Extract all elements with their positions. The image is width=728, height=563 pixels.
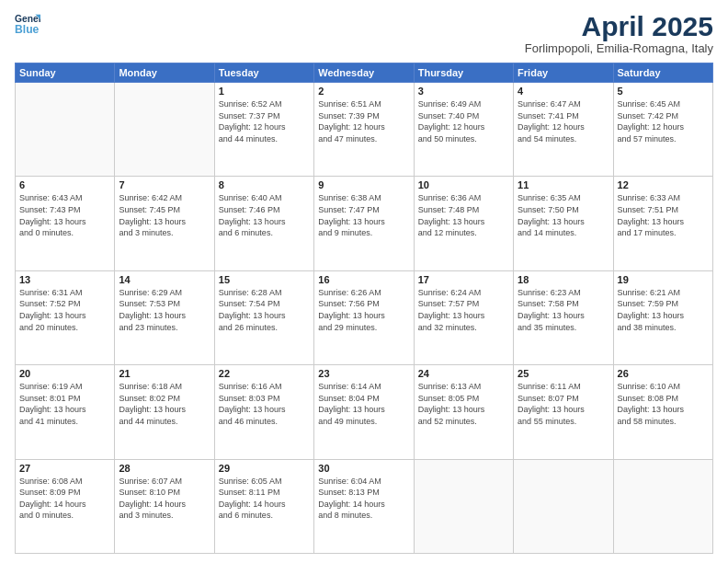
day-info: Sunrise: 6:16 AM Sunset: 8:03 PM Dayligh… — [219, 381, 310, 427]
calendar-week-1: 1Sunrise: 6:52 AM Sunset: 7:37 PM Daylig… — [16, 83, 713, 177]
day-number: 27 — [19, 463, 110, 474]
calendar-cell: 13Sunrise: 6:31 AM Sunset: 7:52 PM Dayli… — [16, 270, 115, 364]
day-number: 18 — [518, 274, 609, 285]
day-number: 10 — [418, 179, 509, 190]
day-number: 11 — [518, 179, 609, 190]
day-number: 19 — [618, 274, 709, 285]
day-number: 3 — [418, 86, 509, 97]
calendar-cell: 18Sunrise: 6:23 AM Sunset: 7:58 PM Dayli… — [514, 270, 613, 364]
day-info: Sunrise: 6:40 AM Sunset: 7:46 PM Dayligh… — [219, 192, 310, 238]
col-sunday: Sunday — [16, 63, 115, 83]
day-number: 24 — [418, 368, 509, 379]
calendar-week-3: 13Sunrise: 6:31 AM Sunset: 7:52 PM Dayli… — [16, 270, 713, 364]
day-number: 15 — [219, 274, 310, 285]
calendar-cell: 2Sunrise: 6:51 AM Sunset: 7:39 PM Daylig… — [314, 83, 414, 177]
day-number: 7 — [119, 179, 210, 190]
calendar-cell: 24Sunrise: 6:13 AM Sunset: 8:05 PM Dayli… — [414, 365, 513, 459]
calendar-cell — [514, 459, 613, 553]
header: General Blue April 2025 Forlimpopoli, Em… — [15, 11, 713, 55]
calendar-cell: 17Sunrise: 6:24 AM Sunset: 7:57 PM Dayli… — [414, 270, 513, 364]
col-friday: Friday — [514, 63, 613, 83]
day-info: Sunrise: 6:05 AM Sunset: 8:11 PM Dayligh… — [219, 476, 310, 522]
day-number: 26 — [618, 368, 709, 379]
calendar-cell: 16Sunrise: 6:26 AM Sunset: 7:56 PM Dayli… — [314, 270, 414, 364]
calendar-cell: 6Sunrise: 6:43 AM Sunset: 7:43 PM Daylig… — [16, 177, 115, 270]
calendar-cell — [414, 459, 513, 553]
day-info: Sunrise: 6:52 AM Sunset: 7:37 PM Dayligh… — [219, 98, 310, 144]
day-info: Sunrise: 6:45 AM Sunset: 7:42 PM Dayligh… — [618, 98, 709, 144]
col-wednesday: Wednesday — [314, 63, 414, 83]
day-info: Sunrise: 6:42 AM Sunset: 7:45 PM Dayligh… — [119, 192, 210, 238]
calendar-cell: 30Sunrise: 6:04 AM Sunset: 8:13 PM Dayli… — [314, 459, 414, 553]
day-number: 20 — [19, 368, 110, 379]
calendar-cell: 9Sunrise: 6:38 AM Sunset: 7:47 PM Daylig… — [314, 177, 414, 270]
col-saturday: Saturday — [613, 63, 712, 83]
day-number: 4 — [518, 86, 609, 97]
day-info: Sunrise: 6:36 AM Sunset: 7:48 PM Dayligh… — [418, 192, 509, 238]
page: General Blue April 2025 Forlimpopoli, Em… — [0, 0, 728, 563]
day-info: Sunrise: 6:26 AM Sunset: 7:56 PM Dayligh… — [318, 287, 409, 333]
day-info: Sunrise: 6:13 AM Sunset: 8:05 PM Dayligh… — [418, 381, 509, 427]
day-info: Sunrise: 6:31 AM Sunset: 7:52 PM Dayligh… — [19, 287, 110, 333]
day-number: 23 — [318, 368, 409, 379]
col-thursday: Thursday — [414, 63, 513, 83]
calendar-cell: 5Sunrise: 6:45 AM Sunset: 7:42 PM Daylig… — [613, 83, 712, 177]
calendar-cell: 25Sunrise: 6:11 AM Sunset: 8:07 PM Dayli… — [514, 365, 613, 459]
title-block: April 2025 Forlimpopoli, Emilia-Romagna,… — [525, 11, 713, 55]
day-info: Sunrise: 6:23 AM Sunset: 7:58 PM Dayligh… — [518, 287, 609, 333]
day-info: Sunrise: 6:24 AM Sunset: 7:57 PM Dayligh… — [418, 287, 509, 333]
calendar-cell: 7Sunrise: 6:42 AM Sunset: 7:45 PM Daylig… — [115, 177, 214, 270]
day-info: Sunrise: 6:04 AM Sunset: 8:13 PM Dayligh… — [318, 476, 409, 522]
day-number: 22 — [219, 368, 310, 379]
col-tuesday: Tuesday — [214, 63, 313, 83]
day-info: Sunrise: 6:49 AM Sunset: 7:40 PM Dayligh… — [418, 98, 509, 144]
day-info: Sunrise: 6:35 AM Sunset: 7:50 PM Dayligh… — [518, 192, 609, 238]
day-number: 17 — [418, 274, 509, 285]
day-info: Sunrise: 6:43 AM Sunset: 7:43 PM Dayligh… — [19, 192, 110, 238]
calendar-cell — [613, 459, 712, 553]
calendar-cell: 21Sunrise: 6:18 AM Sunset: 8:02 PM Dayli… — [115, 365, 214, 459]
day-number: 13 — [19, 274, 110, 285]
calendar-table: Sunday Monday Tuesday Wednesday Thursday… — [15, 63, 713, 554]
day-info: Sunrise: 6:21 AM Sunset: 7:59 PM Dayligh… — [618, 287, 709, 333]
logo-icon: General Blue — [15, 11, 40, 37]
day-info: Sunrise: 6:08 AM Sunset: 8:09 PM Dayligh… — [19, 476, 110, 522]
calendar-cell: 26Sunrise: 6:10 AM Sunset: 8:08 PM Dayli… — [613, 365, 712, 459]
day-info: Sunrise: 6:28 AM Sunset: 7:54 PM Dayligh… — [219, 287, 310, 333]
calendar-cell: 19Sunrise: 6:21 AM Sunset: 7:59 PM Dayli… — [613, 270, 712, 364]
day-info: Sunrise: 6:51 AM Sunset: 7:39 PM Dayligh… — [318, 98, 409, 144]
day-info: Sunrise: 6:14 AM Sunset: 8:04 PM Dayligh… — [318, 381, 409, 427]
calendar-subtitle: Forlimpopoli, Emilia-Romagna, Italy — [525, 41, 713, 55]
calendar-cell: 29Sunrise: 6:05 AM Sunset: 8:11 PM Dayli… — [214, 459, 313, 553]
day-number: 30 — [318, 463, 409, 474]
calendar-week-2: 6Sunrise: 6:43 AM Sunset: 7:43 PM Daylig… — [16, 177, 713, 270]
day-number: 25 — [518, 368, 609, 379]
calendar-cell: 27Sunrise: 6:08 AM Sunset: 8:09 PM Dayli… — [16, 459, 115, 553]
calendar-header-row: Sunday Monday Tuesday Wednesday Thursday… — [16, 63, 713, 83]
calendar-title: April 2025 — [525, 11, 713, 41]
calendar-cell: 3Sunrise: 6:49 AM Sunset: 7:40 PM Daylig… — [414, 83, 513, 177]
calendar-cell — [16, 83, 115, 177]
day-info: Sunrise: 6:10 AM Sunset: 8:08 PM Dayligh… — [618, 381, 709, 427]
day-number: 2 — [318, 86, 409, 97]
calendar-cell: 22Sunrise: 6:16 AM Sunset: 8:03 PM Dayli… — [214, 365, 313, 459]
day-number: 21 — [119, 368, 210, 379]
svg-text:Blue: Blue — [15, 23, 40, 36]
calendar-cell: 11Sunrise: 6:35 AM Sunset: 7:50 PM Dayli… — [514, 177, 613, 270]
day-number: 5 — [618, 86, 709, 97]
calendar-cell: 10Sunrise: 6:36 AM Sunset: 7:48 PM Dayli… — [414, 177, 513, 270]
calendar-cell: 23Sunrise: 6:14 AM Sunset: 8:04 PM Dayli… — [314, 365, 414, 459]
day-number: 6 — [19, 179, 110, 190]
day-number: 16 — [318, 274, 409, 285]
day-number: 8 — [219, 179, 310, 190]
day-info: Sunrise: 6:38 AM Sunset: 7:47 PM Dayligh… — [318, 192, 409, 238]
day-number: 12 — [618, 179, 709, 190]
calendar-cell: 12Sunrise: 6:33 AM Sunset: 7:51 PM Dayli… — [613, 177, 712, 270]
calendar-week-4: 20Sunrise: 6:19 AM Sunset: 8:01 PM Dayli… — [16, 365, 713, 459]
day-number: 9 — [318, 179, 409, 190]
day-info: Sunrise: 6:47 AM Sunset: 7:41 PM Dayligh… — [518, 98, 609, 144]
day-info: Sunrise: 6:11 AM Sunset: 8:07 PM Dayligh… — [518, 381, 609, 427]
calendar-cell: 8Sunrise: 6:40 AM Sunset: 7:46 PM Daylig… — [214, 177, 313, 270]
calendar-week-5: 27Sunrise: 6:08 AM Sunset: 8:09 PM Dayli… — [16, 459, 713, 553]
day-info: Sunrise: 6:33 AM Sunset: 7:51 PM Dayligh… — [618, 192, 709, 238]
